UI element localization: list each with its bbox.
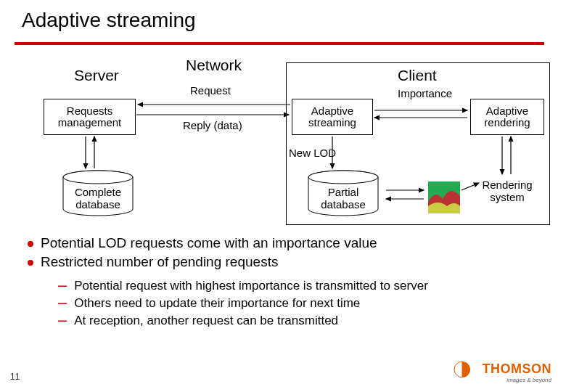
subbullet-list: –Potential request with highest importan… <box>58 279 428 331</box>
dash-icon: – <box>58 279 67 292</box>
svg-line-16 <box>462 183 479 190</box>
subbullet-text: Potential request with highest importanc… <box>74 279 428 293</box>
thomson-logo: THOMSON images & beyond <box>483 362 552 383</box>
bullet-list: Potential LOD requests come with an impo… <box>28 235 377 273</box>
dash-icon: – <box>58 296 67 309</box>
bullet-text: Restricted number of pending requests <box>41 254 278 270</box>
bullet-icon <box>28 260 33 266</box>
diagram-arrows <box>0 0 566 232</box>
logo-tagline: images & beyond <box>483 377 552 383</box>
page-number: 11 <box>10 372 20 382</box>
bullet-text: Potential LOD requests come with an impo… <box>41 235 377 251</box>
dash-icon: – <box>58 314 67 327</box>
subbullet-text: At reception, another request can be tra… <box>74 314 338 328</box>
bullet-icon <box>28 241 33 247</box>
logo-brand: THOMSON <box>483 362 552 377</box>
subbullet-text: Others need to update their importance f… <box>74 296 360 311</box>
